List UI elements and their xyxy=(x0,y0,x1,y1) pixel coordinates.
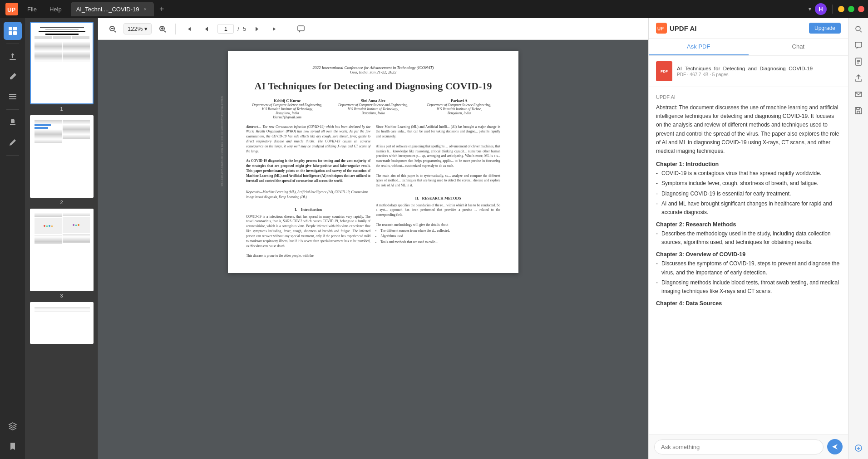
help-menu-tab[interactable]: Help xyxy=(44,2,67,16)
ai-doc-type-icon xyxy=(656,61,672,81)
right-icon-strip xyxy=(848,18,868,459)
close-button[interactable] xyxy=(858,6,864,12)
ai-source-label: UPDF AI xyxy=(656,94,841,100)
main-layout: 1 xyxy=(0,18,868,459)
sidebar-sep-3 xyxy=(6,155,19,156)
comment-right-icon[interactable] xyxy=(851,38,866,53)
stamp-icon[interactable] xyxy=(4,113,22,132)
thumbnail-image-1[interactable] xyxy=(30,22,94,104)
thumbnail-view-icon[interactable] xyxy=(4,22,22,40)
upgrade-button[interactable]: Upgrade xyxy=(809,23,841,34)
tab-label: AI_Techni...._COVID-19 xyxy=(76,6,139,13)
thumbnail-image-4[interactable] xyxy=(30,302,94,344)
toolbar-sep-1 xyxy=(175,24,176,34)
zoom-value: 122% xyxy=(128,25,143,32)
pdf-two-column: Abstract— The new Coronavirus infection … xyxy=(246,125,500,259)
ai-chapter-1-bullet-3: Diagnosing COVID-19 is essential for ear… xyxy=(656,190,841,198)
thumbnail-page-1[interactable]: 1 xyxy=(29,22,94,112)
section2-title: II. Research Metods xyxy=(376,196,500,201)
svg-rect-8 xyxy=(9,96,16,97)
thumbnail-image-2[interactable] xyxy=(30,115,94,198)
ai-doc-filename: AI_Techniques_for_Detecting_and_Diagnosi… xyxy=(677,66,813,71)
file-menu-tab[interactable]: File xyxy=(22,2,42,16)
ai-chapter-4-title: Chapter 4: Data Sources xyxy=(656,300,841,307)
thumbnail-page-3[interactable]: 3 xyxy=(29,209,94,298)
sidebar-sep-1 xyxy=(6,44,19,44)
bottom-action-icon[interactable] xyxy=(851,441,866,455)
ai-chapter-1-title: Chapter 1: Introduction xyxy=(656,161,841,167)
thumbnail-page-num-3: 3 xyxy=(60,293,63,298)
comment-view-button[interactable] xyxy=(294,22,308,36)
first-page-button[interactable] xyxy=(181,22,196,36)
page-separator: / xyxy=(237,25,239,32)
search-right-icon[interactable] xyxy=(851,22,866,36)
add-tab-button[interactable]: + xyxy=(156,5,168,14)
svg-rect-4 xyxy=(9,31,12,35)
layers-icon[interactable] xyxy=(4,417,22,435)
sign-icon[interactable] xyxy=(4,133,22,151)
pdf-content-area[interactable]: 978-1-6654-2577-3/22/531.00 ©2022 IEEE |… xyxy=(98,40,648,459)
author2-name: Sini Anna Alex xyxy=(332,98,414,103)
upload-icon[interactable] xyxy=(4,48,22,66)
svg-rect-17 xyxy=(298,26,304,31)
ai-chapter-3-title: Chapter 3: Overview of COVID-19 xyxy=(656,251,841,258)
ai-chapter-3-bullet-2: Diagnosing methods include blood tests, … xyxy=(656,278,841,296)
thumbnail-panel[interactable]: 1 xyxy=(25,18,98,459)
next-page-button[interactable] xyxy=(250,22,264,36)
pdf-title: AI Techniques for Detecting and Diagnosi… xyxy=(246,80,500,93)
chat-tab[interactable]: Chat xyxy=(749,39,848,55)
ai-right-panel: UP UPDF AI Upgrade Ask PDF Chat AI_Techn… xyxy=(648,18,848,459)
ai-logo-text: UPDF AI xyxy=(670,24,696,32)
list-view-icon[interactable] xyxy=(4,88,22,106)
ai-abstract-summary: Abstract: The document discusses the use… xyxy=(656,103,841,156)
research-bullets: The different sources from where the d..… xyxy=(376,229,500,245)
page-total-label: 5 xyxy=(243,25,246,32)
ai-chat-input[interactable] xyxy=(654,439,824,454)
ai-chat-content[interactable]: UPDF AI Abstract: The document discusses… xyxy=(649,87,848,434)
ai-chapter-2-bullet-1: Describes the methodology used in the st… xyxy=(656,230,841,247)
ai-logo-icon: UP xyxy=(656,23,667,34)
abstract-text: Abstract— The new Coronavirus infection … xyxy=(246,125,370,154)
pdf-viewer-area: 122% ▾ / 5 xyxy=(98,18,648,459)
active-document-tab[interactable]: AI_Techni...._COVID-19 × xyxy=(71,2,154,16)
title-bar: UP File Help AI_Techni...._COVID-19 × + … xyxy=(0,0,868,18)
pdf-keywords: Keywords—Machine Learning (ML), Artifici… xyxy=(246,190,370,200)
svg-rect-2 xyxy=(9,27,12,30)
thumbnail-page-num-1: 1 xyxy=(60,106,63,112)
divider xyxy=(832,5,833,14)
pdf-authors: Kshitij C Kurne Department of Computer S… xyxy=(246,98,500,119)
thumbnail-image-3[interactable] xyxy=(30,209,94,291)
mail-right-icon[interactable] xyxy=(851,87,866,102)
minimize-button[interactable] xyxy=(838,6,844,12)
page-number-input[interactable] xyxy=(217,24,234,34)
svg-text:UP: UP xyxy=(657,26,664,31)
pdf-right-column: Since Machine Learning (ML) and Artifici… xyxy=(376,125,500,259)
ask-pdf-tab[interactable]: Ask PDF xyxy=(649,39,749,55)
pdf-conference-text: 2022 International Conference for Advanc… xyxy=(246,65,500,74)
ai-chapter-1-bullet-4: AI and ML have brought significant chang… xyxy=(656,200,841,217)
maximize-button[interactable] xyxy=(848,6,854,12)
svg-rect-9 xyxy=(9,98,16,99)
ai-send-button[interactable] xyxy=(827,439,843,454)
author1-dept: Department of Computer Science and Engin… xyxy=(246,103,328,107)
toolbar-sep-2 xyxy=(288,24,288,34)
author3-name: Parkavi A xyxy=(418,98,500,103)
tab-dropdown[interactable]: ▾ xyxy=(809,6,811,12)
edit-icon[interactable] xyxy=(4,68,22,86)
thumbnail-page-2[interactable]: 2 xyxy=(29,115,94,205)
bookmark-sidebar-icon[interactable] xyxy=(4,437,22,455)
ai-input-area xyxy=(649,434,848,459)
zoom-in-button[interactable] xyxy=(155,22,170,36)
close-tab-button[interactable]: × xyxy=(142,5,148,13)
save-right-icon[interactable] xyxy=(851,103,866,118)
prev-page-button[interactable] xyxy=(199,22,214,36)
pdf-page: 2022 International Conference for Advanc… xyxy=(228,51,518,273)
share-right-icon[interactable] xyxy=(851,71,866,85)
ai-doc-meta: PDF · 467.7 KB · 5 pages xyxy=(677,72,813,77)
thumbnail-page-4[interactable] xyxy=(29,302,94,344)
user-avatar[interactable]: H xyxy=(815,3,827,15)
zoom-level-display[interactable]: 122% ▾ xyxy=(123,23,152,34)
document-right-icon[interactable] xyxy=(851,54,866,69)
last-page-button[interactable] xyxy=(268,22,282,36)
zoom-out-button[interactable] xyxy=(105,22,120,36)
